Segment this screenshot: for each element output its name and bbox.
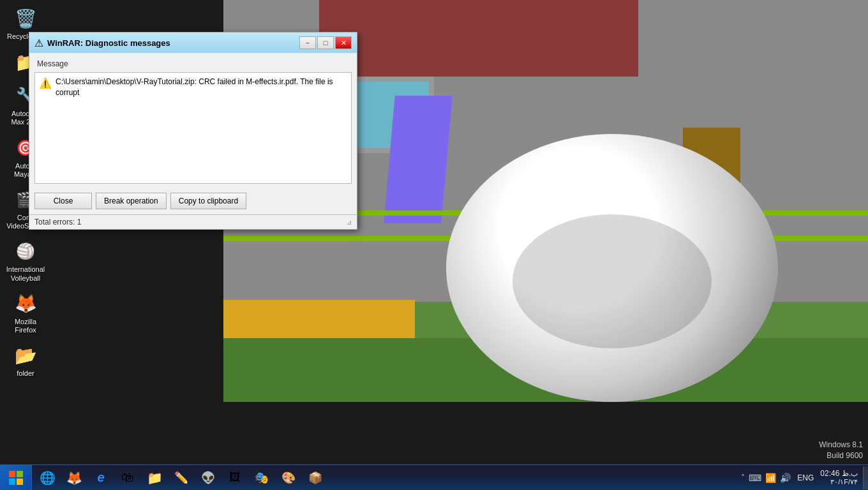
- message-row: ⚠️ C:\Users\amin\Desktop\V-RayTutorial.z…: [39, 77, 347, 98]
- taskbar-paint[interactable]: 🎨: [276, 466, 301, 489]
- windows-logo: [9, 471, 23, 485]
- language-indicator[interactable]: ENG: [795, 472, 816, 484]
- win-logo-q3: [9, 479, 15, 485]
- message-area: ⚠️ C:\Users\amin\Desktop\V-RayTutorial.z…: [34, 72, 352, 184]
- copy-clipboard-button[interactable]: Copy to clipboard: [170, 193, 246, 209]
- dialog-buttons: Close Break operation Copy to clipboard: [29, 189, 357, 214]
- clock-time: 02:46 ب.ظ: [820, 469, 858, 478]
- clock-date: ۳۰/۱F/۷۴: [830, 478, 858, 486]
- warning-icon: ⚠️: [39, 77, 52, 89]
- dialog-titlebar[interactable]: ⚠ WinRAR: Diagnostic messages − □ ✕: [29, 33, 357, 53]
- volume-icon[interactable]: 🔊: [780, 473, 791, 483]
- win-logo-q4: [17, 479, 23, 485]
- desktop: 🗑️ Recycle Bin 📁 🔧 Autode...Max 20... 🎯 …: [0, 0, 868, 490]
- taskbar-store[interactable]: 🛍: [115, 466, 140, 489]
- recycle-bin-image: 🗑️: [13, 6, 38, 31]
- close-window-button[interactable]: ✕: [335, 36, 352, 49]
- taskbar-ie[interactable]: e: [88, 466, 114, 489]
- taskbar-photoshop[interactable]: 🖼: [222, 466, 248, 489]
- show-desktop-button[interactable]: [863, 466, 868, 489]
- win-logo-q1: [9, 471, 15, 477]
- keyboard-icon[interactable]: ⌨: [749, 473, 761, 483]
- restore-button[interactable]: □: [317, 36, 334, 49]
- firefox-label: MozillaFirefox: [15, 318, 36, 334]
- tray-chevron-icon[interactable]: ˄: [741, 473, 745, 482]
- winrar-dialog: ⚠ WinRAR: Diagnostic messages − □ ✕ Mess…: [29, 32, 357, 230]
- network-icon[interactable]: 📶: [765, 473, 776, 483]
- message-header: Message: [34, 58, 352, 70]
- taskbar-firefox[interactable]: 🦊: [61, 466, 87, 489]
- taskbar-sketchbook[interactable]: ✏️: [168, 466, 194, 489]
- message-content: C:\Users\amin\Desktop\V-RayTutorial.zip:…: [56, 77, 347, 98]
- dialog-title-text: WinRAR: Diagnostic messages: [47, 38, 299, 48]
- status-bar: Total errors: 1 ⊿: [29, 214, 357, 229]
- total-errors: Total errors: 1: [34, 218, 81, 226]
- taskbar-alienbrain[interactable]: 👽: [195, 466, 221, 489]
- taskbar-iclone[interactable]: 🎭: [249, 466, 274, 489]
- win-logo-q2: [17, 471, 23, 477]
- minimize-button[interactable]: −: [299, 36, 316, 49]
- taskbar-chrome[interactable]: 🌐: [34, 466, 60, 489]
- taskbar-system: ˄ ⌨ 📶 🔊 ENG 02:46 ب.ظ ۳۰/۱F/۷۴: [736, 465, 863, 490]
- roof: [319, 0, 638, 77]
- taskbar-winrar[interactable]: 📦: [303, 466, 328, 489]
- volleyball-image: 🏐: [13, 239, 38, 264]
- folder-dark-icon[interactable]: 📂 folder: [3, 340, 49, 380]
- resize-handle[interactable]: ⊿: [347, 219, 352, 226]
- build-number: Build 9600: [819, 450, 863, 461]
- windows-version: Windows 8.1: [819, 440, 863, 450]
- taskbar: 🌐 🦊 e 🛍 📁 ✏️ 👽 🖼 🎭 🎨 📦 ˄ ⌨ 📶 🔊 ENG 02:46…: [0, 464, 868, 490]
- folder-dark-label: folder: [17, 369, 34, 378]
- titlebar-buttons: − □ ✕: [299, 36, 352, 49]
- clock-area[interactable]: 02:46 ب.ظ ۳۰/۱F/۷۴: [820, 469, 858, 486]
- volleyball-label: InternationalVolleyball: [6, 265, 45, 282]
- folder-dark-image: 📂: [13, 343, 38, 368]
- windows-version-info: Windows 8.1 Build 9600: [819, 440, 863, 461]
- start-button[interactable]: [0, 465, 32, 491]
- close-button[interactable]: Close: [34, 193, 92, 209]
- taskbar-apps: 🌐 🦊 e 🛍 📁 ✏️ 👽 🖼 🎭 🎨 📦: [32, 466, 736, 489]
- taskbar-files[interactable]: 📁: [142, 466, 167, 489]
- break-operation-button[interactable]: Break operation: [96, 193, 167, 209]
- mozilla-firefox-icon[interactable]: 🦊 MozillaFirefox: [3, 288, 49, 337]
- intl-volleyball-icon[interactable]: 🏐 InternationalVolleyball: [3, 236, 49, 285]
- dialog-content: Message ⚠️ C:\Users\amin\Desktop\V-RayTu…: [29, 53, 357, 189]
- firefox-image: 🦊: [13, 291, 38, 316]
- dialog-title-icon: ⚠: [34, 37, 43, 49]
- soccer-ball: [446, 134, 778, 402]
